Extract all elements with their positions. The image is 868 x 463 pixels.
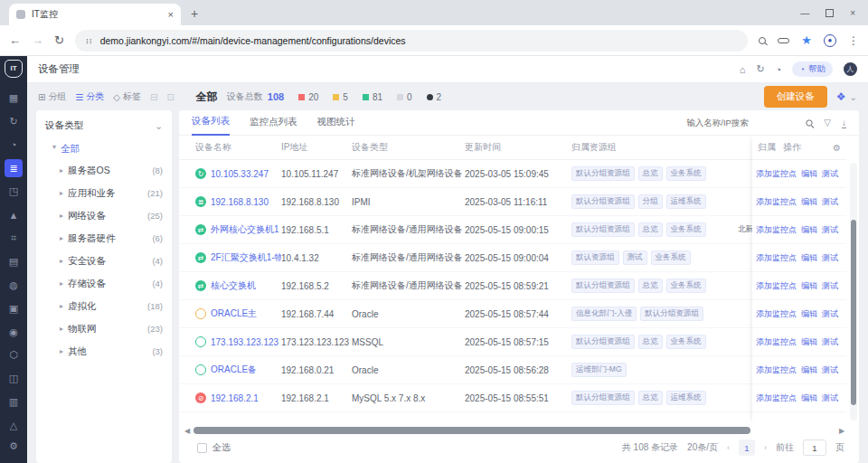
op-link[interactable]: 编辑 (801, 364, 817, 376)
topology-icon[interactable]: ◳ (5, 183, 23, 200)
op-link[interactable]: 添加监控点 (756, 196, 797, 208)
op-link[interactable]: 添加监控点 (756, 364, 797, 376)
op-link[interactable]: 测试 (822, 308, 838, 320)
browser-menu-icon[interactable]: ⋮ (848, 34, 859, 47)
page-number[interactable]: 1 (739, 439, 755, 456)
device-name-link[interactable]: 192.168.8.130 (211, 197, 269, 207)
password-key-icon[interactable] (778, 38, 789, 43)
op-link[interactable]: 编辑 (801, 252, 817, 264)
group-button[interactable]: ⊞ 分组 (38, 90, 66, 103)
op-link[interactable]: 添加监控点 (756, 308, 797, 320)
table-row[interactable]: ⊘192.168.2.1192.168.2.1MySQL 5.x 7.x 8.x… (179, 384, 846, 412)
resource-group-tag[interactable]: 运维部门-MG (571, 363, 627, 377)
url-bar[interactable]: ⁝⁝ demo.jiankongyi.com/#/main/device-man… (75, 30, 748, 52)
device-name-link[interactable]: ORACLE备 (211, 364, 257, 376)
filter-icon[interactable]: ▽ (824, 118, 831, 128)
prev-page-button[interactable]: ‹ (727, 443, 730, 452)
table-row[interactable]: ORACLE备192.168.0.21Oracle2025-05-15 08:5… (179, 356, 846, 384)
table-row[interactable]: ↻10.105.33.24710.105.11.247标准网络设备/机架网络设备… (179, 160, 846, 188)
user-avatar[interactable]: 人 (844, 62, 857, 76)
per-page-select[interactable]: 20条/页 (687, 441, 718, 454)
resource-group-tag[interactable]: 业务系统 (666, 279, 706, 293)
dashboard-icon[interactable]: ▦ (5, 90, 23, 107)
table-row[interactable]: ⇄核心交换机192.168.5.2标准网络设备/通用网络设备2025-05-15… (179, 272, 846, 300)
tree-item[interactable]: ▸其他(3) (43, 340, 165, 363)
resource-group-tag[interactable]: 运维系统 (666, 391, 706, 405)
tree-item[interactable]: ▸虚拟化(18) (43, 295, 165, 317)
screens-icon[interactable]: ▣ (5, 299, 23, 317)
browser-tab[interactable]: IT监控 × (9, 4, 181, 25)
op-link[interactable]: 编辑 (801, 336, 817, 348)
tree-item[interactable]: ▸安全设备(4) (43, 250, 165, 272)
resource-group-tag[interactable]: 默认分组资源组 (571, 194, 635, 209)
goto-page-input[interactable]: 1 (803, 439, 826, 456)
help-button[interactable]: ◔ 帮助 (792, 61, 833, 77)
op-link[interactable]: 编辑 (801, 196, 817, 208)
resource-group-tag[interactable]: 业务系统 (651, 250, 691, 265)
tree-item[interactable]: ▸服务器硬件(6) (43, 227, 165, 250)
create-device-button[interactable]: 创建设备 (764, 86, 827, 108)
horizontal-scrollbar[interactable]: ◀ ▶ (184, 425, 846, 436)
resource-group-tag[interactable]: 默认分组资源组 (571, 166, 635, 181)
window-minimize-button[interactable]: — (800, 8, 809, 18)
sync-icon[interactable]: ↻ (5, 113, 23, 130)
analytics-icon[interactable]: ▲ (5, 206, 23, 223)
table-search-icon[interactable] (807, 119, 813, 126)
table-row[interactable]: 173.193.123.123173.123.123.123MSSQL2025-… (179, 328, 846, 356)
op-link[interactable]: 添加监控点 (756, 280, 797, 292)
tab-2[interactable]: 视图统计 (317, 110, 355, 135)
device-name-link[interactable]: 2F汇聚交换机1-物联 (211, 251, 281, 264)
op-link[interactable]: 测试 (822, 364, 838, 376)
device-name-link[interactable]: 外网核心交换机1 (211, 223, 279, 236)
network-icon[interactable]: ◍ (5, 277, 23, 294)
op-link[interactable]: 添加监控点 (756, 224, 797, 236)
profile-icon[interactable]: ● (824, 34, 836, 47)
op-link[interactable]: 添加监控点 (756, 336, 797, 348)
apps-switcher[interactable]: ❖ ⌄ (836, 90, 857, 103)
device-name-link[interactable]: ORACLE主 (211, 307, 257, 320)
op-link[interactable]: 测试 (822, 224, 838, 236)
resource-group-tag[interactable]: 测试 (623, 250, 647, 265)
op-link[interactable]: 测试 (822, 336, 838, 348)
all-filter-label[interactable]: 全部 (196, 90, 218, 105)
device-name-link[interactable]: 10.105.33.247 (211, 169, 269, 179)
window-close-button[interactable]: × (850, 8, 855, 18)
resource-group-tag[interactable]: 默认分组资源组 (571, 279, 635, 293)
op-link[interactable]: 添加监控点 (756, 392, 797, 404)
table-row[interactable]: ORACLE主192.168.7.44Oracle2025-05-15 08:5… (179, 300, 846, 328)
tab-1[interactable]: 监控点列表 (250, 110, 297, 135)
device-name-link[interactable]: 173.193.123.123 (211, 337, 278, 347)
site-settings-icon[interactable]: ⁝⁝ (86, 36, 93, 45)
tree-item[interactable]: ▸存储设备(4) (43, 272, 165, 295)
resource-group-tag[interactable]: 信息化部门-入侵 (571, 307, 637, 321)
tag-button[interactable]: ◇ 标签 (113, 90, 141, 103)
op-link[interactable]: 测试 (822, 168, 838, 180)
device-list-icon[interactable]: ≣ (5, 159, 23, 176)
logs-icon[interactable]: ▥ (5, 393, 23, 411)
table-row[interactable]: ⇄2F汇聚交换机1-物联10.4.1.32标准网络设备/通用网络设备2025-0… (179, 244, 846, 272)
alarm-icon[interactable]: ◔ (5, 136, 23, 153)
app-logo[interactable]: IT (5, 60, 23, 78)
resource-group-tag[interactable]: 默认分组资源组 (571, 335, 635, 349)
op-link[interactable]: 测试 (822, 392, 838, 404)
window-maximize-button[interactable] (826, 9, 834, 17)
op-link[interactable]: 测试 (822, 196, 838, 208)
tab-close-icon[interactable]: × (168, 9, 174, 20)
tree-item[interactable]: ▸网络设备(25) (43, 204, 165, 227)
search-icon[interactable] (759, 37, 766, 44)
new-tab-button[interactable]: + (184, 4, 204, 24)
notification-bell-icon[interactable]: ◔ (776, 64, 782, 75)
resource-group-tag[interactable]: 总览 (638, 279, 663, 293)
op-link[interactable]: 测试 (822, 280, 838, 292)
reports-icon[interactable]: ▤ (5, 253, 23, 270)
resource-group-tag[interactable]: 默认资源组 (571, 250, 619, 265)
op-link[interactable]: 添加监控点 (756, 168, 797, 180)
table-row[interactable]: ≣192.168.8.130192.168.8.130IPMI2025-03-0… (179, 188, 846, 216)
resource-group-tag[interactable]: 总览 (638, 166, 663, 181)
export-download-icon[interactable]: ↓ (842, 118, 846, 128)
select-all-label[interactable]: 全选 (212, 441, 231, 454)
resource-group-tag[interactable]: 默认分组资源组 (571, 391, 635, 405)
op-link[interactable]: 编辑 (801, 280, 817, 292)
scroll-left-icon[interactable]: ◀ (184, 427, 192, 435)
tree-item[interactable]: ▸服务器OS(8) (43, 159, 165, 182)
